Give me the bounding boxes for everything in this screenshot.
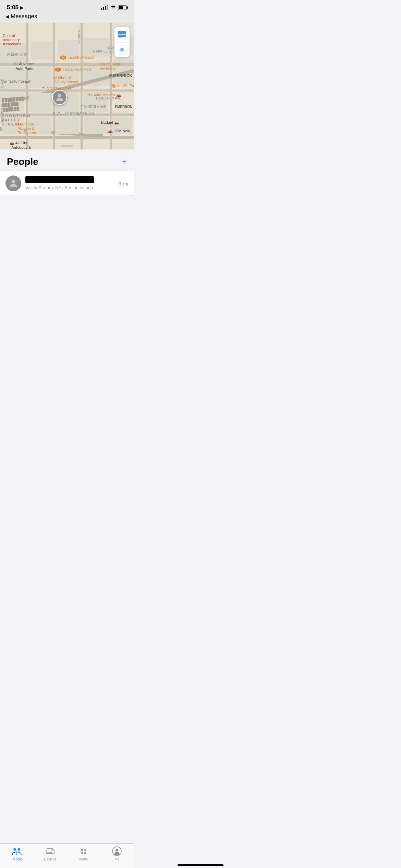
people-section-header: People + (0, 149, 134, 171)
svg-rect-8 (55, 64, 79, 86)
map-controls (114, 27, 130, 57)
person-avatar (5, 176, 21, 191)
svg-rect-2 (31, 41, 55, 60)
drag-handle[interactable] (61, 145, 73, 147)
svg-point-32 (58, 94, 61, 97)
svg-rect-14 (0, 136, 134, 139)
person-name-redacted (25, 176, 94, 183)
map-redacted-area: ████████ ██████ ██████ DOWNTOWNVALLEYSTR… (2, 96, 51, 127)
battery-icon (118, 5, 127, 10)
status-icons (101, 5, 127, 10)
svg-rect-35 (118, 35, 122, 37)
section-title: People (7, 156, 38, 167)
back-label: Messages (11, 13, 37, 20)
map-type-button[interactable] (114, 27, 130, 42)
svg-rect-29 (111, 117, 132, 134)
svg-rect-12 (0, 89, 134, 92)
svg-rect-24 (82, 91, 108, 112)
add-person-button[interactable]: + (121, 157, 127, 167)
map-view[interactable]: CentralVeterinaryAssociates W MAPLE ST ⊙… (0, 23, 134, 149)
person-list-item[interactable]: Valley Stream, NY · 5 minutes ago 9 mi (0, 171, 134, 196)
svg-rect-36 (122, 35, 124, 37)
person-location: Valley Stream, NY · 5 minutes ago (25, 185, 93, 190)
svg-rect-7 (29, 65, 51, 88)
svg-rect-3 (58, 40, 79, 57)
svg-rect-27 (55, 117, 79, 134)
svg-rect-28 (84, 117, 108, 134)
people-list: Valley Stream, NY · 5 minutes ago 9 mi (0, 171, 134, 196)
svg-rect-33 (118, 31, 122, 34)
map-background (0, 23, 134, 149)
svg-rect-6 (0, 67, 26, 91)
svg-rect-17 (81, 23, 83, 149)
messages-back-button[interactable]: ◀ Messages (0, 12, 134, 23)
svg-rect-4 (82, 38, 110, 57)
status-time: 5:05 ▶ (7, 4, 23, 11)
signal-icon (101, 5, 108, 10)
wifi-icon (110, 5, 116, 10)
svg-rect-11 (0, 63, 134, 66)
location-button[interactable] (114, 42, 130, 57)
svg-rect-34 (122, 31, 126, 34)
empty-content-area (0, 196, 134, 264)
time-display: 5:05 (7, 4, 19, 11)
map-user-avatar (52, 90, 67, 105)
location-arrow-icon: ▶ (20, 5, 23, 10)
person-info: Valley Stream, NY · 5 minutes ago (25, 176, 119, 191)
svg-point-40 (12, 180, 15, 183)
back-arrow-icon: ◀ (5, 14, 9, 19)
svg-rect-1 (0, 43, 27, 64)
person-distance: 9 mi (119, 181, 128, 186)
status-bar: 5:05 ▶ (0, 0, 134, 12)
svg-rect-37 (124, 35, 126, 37)
